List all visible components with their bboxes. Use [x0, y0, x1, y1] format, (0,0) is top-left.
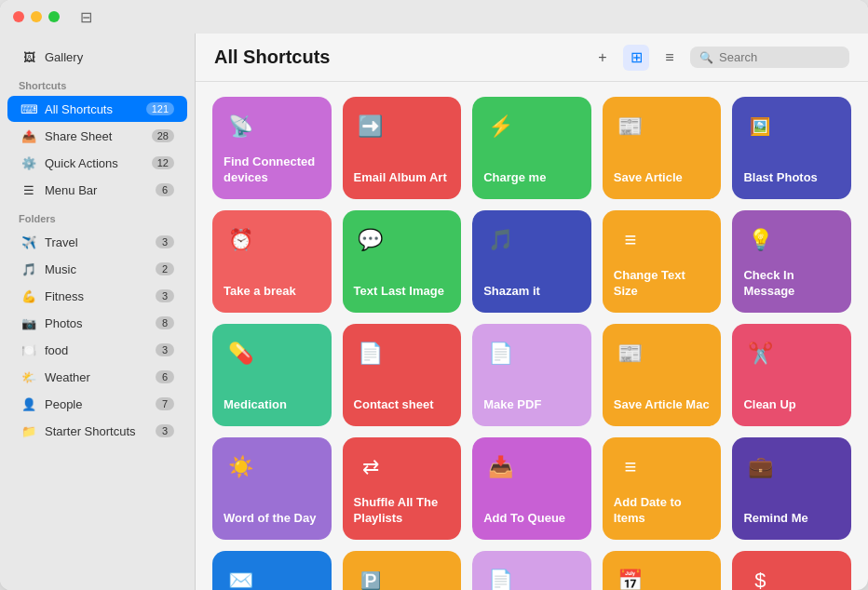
shortcut-card-save-article-mac[interactable]: 📰Save Article Mac [603, 324, 722, 426]
menu-bar-icon: ☰ [20, 181, 37, 198]
page-title: All Shortcuts [214, 47, 590, 68]
shortcut-card-add-date-items[interactable]: ≡Add Date to Items [603, 437, 722, 540]
shuffle-playlists-icon: ⇄ [354, 450, 387, 484]
people-badge: 7 [156, 397, 174, 410]
shortcut-card-text-last-image[interactable]: 💬Text Last Image [343, 210, 462, 313]
sidebar-item-people[interactable]: 👤 People 7 [7, 391, 187, 417]
sidebar-item-fitness[interactable]: 💪 Fitness 3 [7, 283, 187, 309]
sidebar-item-starter-shortcuts[interactable]: 📁 Starter Shortcuts 3 [7, 418, 187, 444]
menu-bar-label: Menu Bar [45, 183, 97, 197]
weather-badge: 6 [156, 370, 174, 383]
make-pdf-icon: 📄 [483, 337, 517, 370]
sidebar-item-gallery[interactable]: 🖼 Gallery [7, 44, 187, 70]
minimize-button[interactable] [31, 11, 42, 22]
shortcut-card-calculate-tip[interactable]: $Calculate Tip [732, 551, 851, 590]
shortcut-card-word-of-day[interactable]: ☀️Word of the Day [212, 437, 332, 540]
shortcut-card-make-pdf[interactable]: 📄Make PDF [472, 324, 591, 426]
save-article-label: Save Article [614, 170, 711, 186]
share-sheet-icon: 📤 [20, 127, 37, 144]
shortcut-card-add-to-queue[interactable]: 📥Add To Queue [472, 437, 591, 540]
shortcut-card-change-text-size[interactable]: ≡Change Text Size [603, 210, 722, 313]
add-date-items-icon: ≡ [614, 450, 647, 484]
sidebar-item-travel[interactable]: ✈️ Travel 3 [7, 229, 187, 255]
people-icon: 👤 [20, 396, 37, 412]
grid-view-button[interactable]: ⊞ [623, 45, 649, 71]
shortcut-card-take-break[interactable]: ⏰Take a break [212, 210, 332, 313]
shortcut-card-email-myself[interactable]: ✉️Email Myself [212, 551, 332, 590]
add-button[interactable]: + [590, 45, 616, 71]
sidebar-item-menu-bar[interactable]: ☰ Menu Bar 6 [7, 177, 187, 203]
sidebar-item-all-shortcuts[interactable]: ⌨ All Shortcuts 121 [7, 96, 187, 122]
sidebar-item-quick-actions[interactable]: ⚙️ Quick Actions 12 [7, 150, 187, 176]
take-break-icon: ⏰ [224, 223, 257, 257]
starter-shortcuts-badge: 3 [156, 424, 174, 437]
sidebar-item-music[interactable]: 🎵 Music 2 [7, 256, 187, 282]
shortcut-card-gas-street[interactable]: 🅿️Gas On This Street [343, 551, 462, 590]
travel-label: Travel [45, 235, 78, 249]
add-to-queue-icon: 📥 [483, 450, 517, 484]
make-pdf-label: Make PDF [483, 397, 580, 413]
medication-label: Medication [224, 397, 320, 413]
take-break-label: Take a break [224, 284, 320, 300]
close-button[interactable] [13, 11, 24, 22]
shortcut-card-email-album[interactable]: ➡️Email Album Art [343, 97, 462, 199]
sort-lines-icon: 📄 [483, 564, 517, 590]
contact-sheet-label: Contact sheet [354, 397, 451, 413]
search-box: 🔍 [690, 47, 849, 68]
shortcut-card-save-article[interactable]: 📰Save Article [603, 97, 722, 199]
share-sheet-badge: 28 [152, 129, 174, 142]
sidebar-item-share-sheet[interactable]: 📤 Share Sheet 28 [7, 123, 187, 149]
shortcut-card-blast-photos[interactable]: 🖼️Blast Photos [732, 97, 851, 199]
food-badge: 3 [156, 343, 174, 356]
all-shortcuts-icon: ⌨ [20, 101, 37, 117]
photos-badge: 8 [156, 316, 174, 329]
search-icon: 🔍 [699, 51, 713, 64]
app-window: ⊟ 🖼 Gallery Shortcuts ⌨ All Shortcuts 12… [0, 0, 868, 590]
music-label: Music [45, 262, 76, 276]
shortcut-card-check-in-message[interactable]: 💡Check In Message [732, 210, 851, 313]
travel-badge: 3 [156, 235, 174, 248]
shortcut-card-clean-up[interactable]: ✂️Clean Up [732, 324, 851, 426]
save-article-icon: 📰 [614, 110, 647, 143]
shuffle-playlists-label: Shuffle All The Playlists [354, 495, 451, 527]
list-view-button[interactable]: ≡ [657, 45, 683, 71]
photos-icon: 📷 [20, 315, 37, 331]
music-badge: 2 [156, 262, 174, 275]
shazam-it-label: Shazam it [483, 284, 580, 300]
shortcut-card-contact-sheet[interactable]: 📄Contact sheet [343, 324, 462, 426]
search-input[interactable] [719, 50, 840, 64]
change-text-size-icon: ≡ [614, 223, 647, 257]
quick-actions-icon: ⚙️ [20, 154, 37, 171]
word-of-day-icon: ☀️ [224, 450, 257, 484]
shortcut-card-find-connected[interactable]: 📡Find Connected devices [212, 97, 332, 199]
shortcut-card-sort-lines[interactable]: 📄Sort Lines [472, 551, 591, 590]
email-myself-icon: ✉️ [224, 564, 257, 590]
sidebar-item-photos[interactable]: 📷 Photos 8 [7, 310, 187, 336]
shortcut-card-medication[interactable]: 💊Medication [212, 324, 332, 426]
charge-me-label: Charge me [483, 170, 580, 186]
folders-section-label: Folders [0, 204, 195, 228]
sidebar-item-weather[interactable]: 🌤️ Weather 6 [7, 364, 187, 390]
content-area: 🖼 Gallery Shortcuts ⌨ All Shortcuts 121 … [0, 34, 868, 590]
shortcut-card-charge-me[interactable]: ⚡Charge me [472, 97, 591, 199]
clean-up-icon: ✂️ [743, 337, 777, 370]
menu-bar-badge: 6 [156, 183, 174, 196]
text-last-image-label: Text Last Image [354, 284, 451, 300]
shortcuts-grid: 📡Find Connected devices➡️Email Album Art… [212, 97, 851, 590]
sidebar-item-food[interactable]: 🍽️ food 3 [7, 337, 187, 363]
find-connected-icon: 📡 [224, 110, 257, 143]
photos-label: Photos [45, 316, 82, 330]
maximize-button[interactable] [48, 11, 60, 22]
titlebar: ⊟ [0, 0, 868, 34]
shortcut-card-shazam-it[interactable]: 🎵Shazam it [472, 210, 591, 313]
shortcut-card-how-many-days[interactable]: 📅How Many Days Until [603, 551, 722, 590]
food-icon: 🍽️ [20, 342, 37, 358]
quick-actions-badge: 12 [152, 156, 174, 169]
travel-icon: ✈️ [20, 234, 37, 250]
charge-me-icon: ⚡ [483, 110, 517, 143]
shortcut-card-remind-me[interactable]: 💼Remind Me [732, 437, 851, 540]
gallery-label: Gallery [45, 50, 83, 64]
shortcut-card-shuffle-playlists[interactable]: ⇄Shuffle All The Playlists [343, 437, 462, 540]
text-last-image-icon: 💬 [354, 223, 387, 257]
sidebar-toggle-button[interactable]: ⊟ [80, 8, 92, 26]
